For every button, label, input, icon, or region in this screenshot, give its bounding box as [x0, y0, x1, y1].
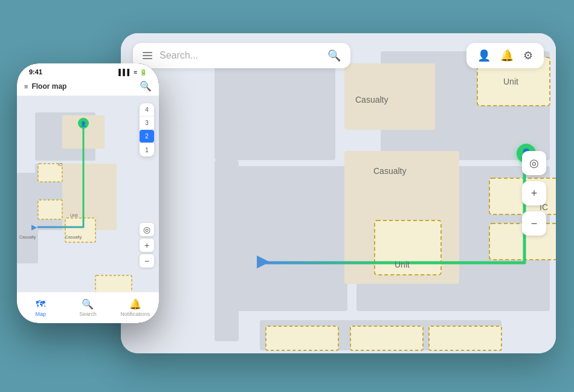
- svg-rect-20: [62, 164, 117, 230]
- phone-label-casualty2: Casualty: [65, 235, 82, 239]
- svg-rect-12: [266, 326, 338, 350]
- hamburger-icon[interactable]: [143, 52, 152, 59]
- search-tab-icon: 🔍: [82, 298, 94, 310]
- tablet-screen: Casualty Casualty Unit IC Unit 👤 ▶ Searc…: [121, 33, 556, 353]
- svg-rect-3: [356, 166, 550, 311]
- map-tab-label: Map: [35, 311, 46, 317]
- zoom-in-button[interactable]: +: [522, 181, 546, 205]
- phone-zoom-out[interactable]: −: [140, 254, 154, 268]
- notif-tab-icon: 🔔: [129, 298, 141, 310]
- floor-2[interactable]: 2: [140, 130, 154, 143]
- svg-rect-17: [17, 191, 38, 263]
- phone-compass-button[interactable]: ◎: [140, 223, 154, 236]
- phone-screen: 9:41 ▌▌▌ ≈ 🔋 ≡ Floor map 🔍: [17, 63, 159, 323]
- phone-search-icon[interactable]: 🔍: [140, 80, 152, 92]
- svg-rect-14: [429, 326, 501, 350]
- floor-selector: 4 3 2 1: [140, 103, 154, 156]
- label-casualty-mid: Casualty: [373, 166, 406, 176]
- battery-icon: 🔋: [140, 69, 147, 76]
- zoom-out-button[interactable]: −: [522, 211, 546, 236]
- tab-map[interactable]: 🗺 Map: [17, 292, 64, 323]
- action-buttons: 👤 🔔 ⚙: [466, 43, 544, 68]
- phone: 9:41 ▌▌▌ ≈ 🔋 ≡ Floor map 🔍: [17, 63, 159, 323]
- phone-header-left: ≡ Floor map: [24, 82, 66, 91]
- status-icons: ▌▌▌ ≈ 🔋: [118, 69, 147, 76]
- svg-rect-2: [214, 166, 347, 311]
- settings-icon[interactable]: ⚙: [523, 49, 533, 62]
- phone-header: ≡ Floor map 🔍: [17, 78, 159, 96]
- map-controls: ◎ + −: [522, 151, 546, 236]
- locate-button[interactable]: ◎: [522, 151, 546, 175]
- phone-zoom-in[interactable]: +: [140, 239, 154, 252]
- svg-rect-13: [350, 326, 423, 350]
- search-icon[interactable]: 🔍: [327, 49, 341, 62]
- notif-tab-label: Notifications: [120, 311, 150, 317]
- phone-label-unit: Unit: [70, 213, 77, 217]
- tablet-header: Search... 🔍 👤 🔔 ⚙: [121, 43, 556, 68]
- phone-title: Floor map: [31, 82, 66, 91]
- status-bar: 9:41 ▌▌▌ ≈ 🔋: [17, 63, 159, 78]
- svg-rect-4: [260, 320, 501, 350]
- signal-icon: ▌▌▌: [118, 69, 131, 76]
- label-unit-mid: Unit: [395, 260, 410, 269]
- phone-tabbar: 🗺 Map 🔍 Search 🔔 Notifications: [17, 292, 159, 323]
- svg-rect-21: [95, 275, 132, 292]
- user-icon[interactable]: 👤: [477, 49, 491, 62]
- svg-rect-18: [17, 173, 38, 197]
- label-unit-top: Unit: [503, 77, 518, 86]
- tablet: Casualty Casualty Unit IC Unit 👤 ▶ Searc…: [121, 33, 556, 353]
- search-tab-label: Search: [79, 311, 97, 317]
- search-placeholder: Search...: [160, 50, 320, 61]
- svg-text:👤: 👤: [80, 121, 86, 127]
- svg-rect-15: [35, 112, 95, 161]
- phone-map: 👤 ▶ IC Unit Casualty Casualty 4 3 2 1 ◎ …: [17, 96, 159, 292]
- search-bar[interactable]: Search... 🔍: [133, 43, 350, 68]
- phone-hamburger-icon[interactable]: ≡: [24, 83, 28, 90]
- svg-text:▶: ▶: [31, 223, 37, 231]
- svg-rect-23: [38, 200, 62, 219]
- floor-3[interactable]: 3: [140, 117, 154, 130]
- wifi-icon: ≈: [134, 69, 138, 76]
- status-time: 9:41: [29, 68, 42, 76]
- svg-point-25: [78, 118, 89, 129]
- nav-arrow: ▶: [257, 251, 270, 271]
- floor-4[interactable]: 4: [140, 103, 154, 117]
- svg-rect-16: [35, 164, 95, 230]
- floor-map: Casualty Casualty Unit IC Unit 👤 ▶: [121, 33, 556, 353]
- map-tab-icon: 🗺: [36, 299, 45, 310]
- phone-map-controls: ◎ + −: [140, 223, 154, 268]
- floor-1[interactable]: 1: [140, 143, 154, 156]
- svg-rect-19: [62, 115, 105, 149]
- phone-label-ic: IC: [58, 162, 62, 167]
- phone-label-casualty1: Casualty: [19, 235, 36, 239]
- bell-icon[interactable]: 🔔: [500, 49, 514, 62]
- svg-rect-5: [214, 160, 239, 341]
- label-casualty-top: Casualty: [355, 95, 388, 104]
- tab-search[interactable]: 🔍 Search: [64, 292, 111, 323]
